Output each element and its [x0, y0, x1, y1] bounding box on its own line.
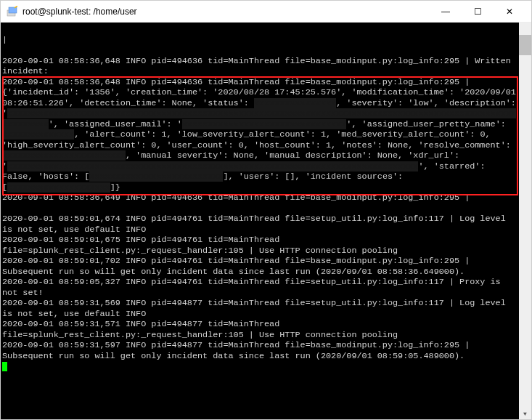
- terminal-cursor: [2, 362, 7, 371]
- window-controls: — ☐ ✕: [430, 1, 525, 23]
- close-button[interactable]: ✕: [494, 1, 525, 23]
- redacted-text: xxxxxxxxxxxxxxxxxxxxxxxx: [2, 150, 126, 161]
- terminal[interactable]: | 2020-09-01 08:58:36,648 INFO pid=49463…: [1, 23, 531, 420]
- log-line: ', 'assigned_user_mail': ': [49, 119, 182, 129]
- redacted-text: xxxxxxxxxxxxxxxxxxxx: [7, 182, 110, 193]
- redacted-text: xxxxxxxxxxxxxxxxxxxxxxxxxx: [89, 171, 223, 182]
- log-line: |: [2, 35, 7, 45]
- scroll-thumb[interactable]: [519, 35, 531, 55]
- redacted-text: xxxxxxxxxxxxxxxxxxxxxxxxxxxxxxxx: [182, 119, 347, 129]
- log-line: 2020-09-01 08:59:31,597 INFO pid=494877 …: [2, 340, 475, 361]
- log-line: 2020-09-01 08:59:31,571 INFO pid=494877 …: [2, 319, 398, 340]
- maximize-button[interactable]: ☐: [462, 1, 494, 23]
- scrollbar[interactable]: ▲ ▼: [519, 23, 531, 420]
- svg-rect-1: [9, 7, 17, 13]
- redacted-text: xxxxxxxxxxxxxxxx: [254, 98, 336, 108]
- log-line: 2020-09-01 08:58:36,649 INFO pid=494636 …: [2, 193, 470, 203]
- redacted-text: xxxxxxxxxxxxxxxxxxxxxxxxxxxxxxxxxxxxxxxx…: [7, 161, 418, 171]
- log-line: 2020-09-01 08:59:01,702 INFO pid=494761 …: [2, 256, 475, 277]
- redacted-text: xxxxxxxxxxxxxx: [2, 129, 74, 140]
- log-line: 2020-09-01 08:59:01,675 INFO pid=494761 …: [2, 235, 398, 256]
- log-line: 2020-09-01 08:59:05,327 INFO pid=494761 …: [2, 277, 506, 298]
- putty-icon: [7, 6, 18, 17]
- terminal-output: | 2020-09-01 08:58:36,648 INFO pid=49463…: [2, 35, 531, 372]
- minimize-button[interactable]: —: [430, 1, 462, 23]
- title-bar: root@splunk-test: /home/user — ☐ ✕: [1, 1, 531, 23]
- log-line: ', 'assigned_user_pretty_name':: [346, 119, 511, 129]
- log-line: 2020-09-01 08:58:36,648 INFO pid=494636 …: [2, 56, 516, 77]
- log-line: 2020-09-01 08:59:01,674 INFO pid=494761 …: [2, 214, 511, 235]
- log-line: 2020-09-01 08:59:31,569 INFO pid=494877 …: [2, 298, 511, 319]
- scroll-down-arrow[interactable]: ▼: [519, 408, 531, 420]
- log-line: , 'alert_count': 1, 'low_severity_alert_…: [2, 129, 516, 150]
- log-line: ]}: [110, 182, 120, 193]
- scroll-track[interactable]: [519, 35, 531, 408]
- window-title: root@splunk-test: /home/user: [22, 7, 430, 17]
